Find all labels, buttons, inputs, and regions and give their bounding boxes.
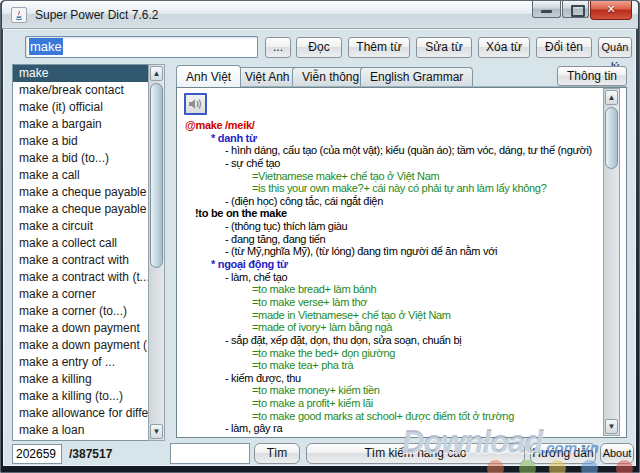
definition-line: =to make a profit+ kiếm lãi — [184, 397, 602, 410]
delete-word-button[interactable]: Xóa từ — [478, 37, 530, 58]
scrollbar-thumb[interactable] — [605, 107, 618, 169]
list-item[interactable]: make a collect call — [13, 235, 148, 252]
scrollbar-thumb[interactable] — [150, 83, 163, 268]
definition-line: =to make the bed+ dọn giường — [184, 347, 602, 360]
help-button[interactable]: Hướng dẫn — [530, 443, 596, 464]
info-button[interactable]: Thông tin — [557, 66, 627, 86]
app-window: Super Power Dict 7.6.2 make ... Đọc Thêm… — [0, 0, 640, 473]
content-scrollbar[interactable]: ▲ ▼ — [603, 88, 620, 436]
list-item[interactable]: make (it) official — [13, 99, 148, 116]
definition-body: @make /meik/* danh từ- hình dáng, cấu tạ… — [184, 119, 602, 435]
list-item[interactable]: make a cheque payable ... — [13, 201, 148, 218]
definition-line: - làm, gây ra — [184, 422, 602, 435]
total-words-label: /387517 — [69, 447, 112, 461]
list-item[interactable]: make a cheque payable to — [13, 184, 148, 201]
list-item[interactable]: make a entry of ... — [13, 354, 148, 371]
list-item[interactable]: make a bid (to...) — [13, 150, 148, 167]
list-item[interactable]: make a contract with — [13, 252, 148, 269]
about-button[interactable]: About — [600, 443, 634, 464]
scroll-up-icon[interactable]: ▲ — [605, 90, 618, 105]
list-item[interactable]: make a down payment — [13, 320, 148, 337]
definition-line: =to make good marks at school+ được điểm… — [184, 410, 602, 423]
list-item[interactable]: make a circuit — [13, 218, 148, 235]
maximize-icon[interactable] — [562, 1, 589, 18]
find-button[interactable]: Tìm — [254, 443, 300, 464]
speaker-icon[interactable] — [184, 93, 207, 115]
scroll-down-icon[interactable]: ▼ — [605, 419, 618, 434]
advanced-search-button[interactable]: Tìm kiếm nâng cao — [306, 443, 525, 464]
read-button[interactable]: Đọc — [296, 37, 342, 58]
tab-anh-viet[interactable]: Anh Việt — [176, 65, 241, 87]
tab-english-grammar[interactable]: English Grammar — [360, 67, 473, 87]
definition-line: - sự chế tạo — [184, 157, 602, 170]
definition-line: * ngoại động từ — [184, 258, 602, 271]
list-item[interactable]: make a killing — [13, 371, 148, 388]
definition-line: =made in Vietnamese+ chế tạo ở Việt Nam — [184, 309, 602, 322]
definition-line: =to make tea+ pha trà — [184, 359, 602, 372]
close-icon[interactable] — [590, 1, 632, 20]
rename-button[interactable]: Đổi tên — [536, 37, 592, 58]
list-item[interactable]: make a loan — [13, 422, 148, 439]
definition-line: - đang tăng, đang tiến — [184, 233, 602, 246]
word-index-input[interactable] — [12, 444, 62, 464]
more-button[interactable]: ... — [265, 37, 291, 58]
search-input[interactable]: make — [25, 36, 258, 58]
definition-line: * danh từ — [184, 132, 602, 145]
definition-line: - (từ Mỹ,nghĩa Mỹ), (từ lóng) đang tìm n… — [184, 245, 602, 258]
list-item[interactable]: make a contract with (t... — [13, 269, 148, 286]
add-word-button[interactable]: Thêm từ — [348, 37, 410, 58]
scroll-down-icon[interactable]: ▼ — [150, 424, 163, 439]
list-item[interactable]: make a killing (to...) — [13, 388, 148, 405]
definition-line: - (thông tục) thích làm giàu — [184, 220, 602, 233]
word-list[interactable]: makemake/break contactmake (it) official… — [12, 64, 149, 441]
minimize-icon[interactable] — [532, 1, 561, 18]
definition-line: - sắp đặt, xếp đặt, dọn, thu dọn, sửa so… — [184, 334, 602, 347]
window-controls — [531, 1, 632, 20]
definition-line: - kiếm được, thu — [184, 372, 602, 385]
definition-line: =is this your own make?+ cái này có phải… — [184, 182, 602, 195]
definition-line: =made of ivory+ làm bằng ngà — [184, 321, 602, 334]
java-app-icon — [11, 7, 27, 23]
edit-word-button[interactable]: Sửa từ — [416, 37, 472, 58]
list-item[interactable]: make a corner (to...) — [13, 303, 148, 320]
window-title: Super Power Dict 7.6.2 — [35, 8, 158, 22]
list-item[interactable]: make a call — [13, 167, 148, 184]
definition-line: - (điện học) công tắc, cái ngắt điện — [184, 195, 602, 208]
tab-viet-anh[interactable]: Việt Anh — [235, 67, 299, 87]
definition-line: - làm, chế tạo — [184, 271, 602, 284]
list-item[interactable]: make a bargain — [13, 116, 148, 133]
list-item[interactable]: make — [13, 65, 148, 82]
client-area: make ... Đọc Thêm từ Sửa từ Xóa từ Đổi t… — [3, 29, 636, 466]
definition-panel: @make /meik/* danh từ- hình dáng, cấu tạ… — [176, 87, 627, 438]
definition-line: !to be on the make — [184, 207, 602, 220]
definition-line: =Vietnamese make+ chế tạo ở Việt Nam — [184, 170, 602, 183]
tab-vien-thong[interactable]: Viễn thông — [292, 67, 369, 87]
scroll-up-icon[interactable]: ▲ — [150, 66, 163, 81]
list-item[interactable]: make a corner — [13, 286, 148, 303]
find-input[interactable] — [170, 443, 250, 464]
list-item[interactable]: make a bid — [13, 133, 148, 150]
definition-line: =to make verse+ làm thơ — [184, 296, 602, 309]
list-item[interactable]: make allowance for diffe... — [13, 405, 148, 422]
search-input-value: make — [29, 38, 63, 55]
manage-button[interactable]: Quản lý — [598, 37, 632, 58]
list-item[interactable]: make a down payment (... — [13, 337, 148, 354]
definition-line: =to make money+ kiếm tiền — [184, 384, 602, 397]
definition-line: =to make bread+ làm bánh — [184, 283, 602, 296]
definition-line: @make /meik/ — [184, 119, 602, 132]
list-item[interactable]: make/break contact — [13, 82, 148, 99]
word-list-scrollbar[interactable]: ▲ ▼ — [148, 64, 165, 441]
title-bar[interactable]: Super Power Dict 7.6.2 — [2, 1, 638, 29]
definition-line: - hình dáng, cấu tạo (của một vật); kiểu… — [184, 144, 602, 157]
